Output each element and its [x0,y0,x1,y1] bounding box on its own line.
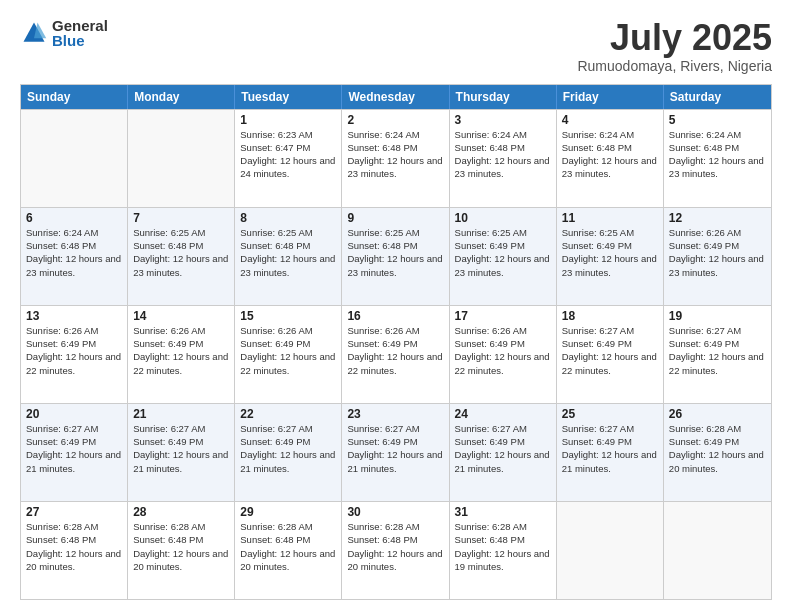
day-number: 16 [347,309,443,323]
logo: General Blue [20,18,108,48]
day-info: Sunrise: 6:24 AM Sunset: 6:48 PM Dayligh… [455,128,551,181]
day-info: Sunrise: 6:27 AM Sunset: 6:49 PM Dayligh… [562,324,658,377]
day-info: Sunrise: 6:28 AM Sunset: 6:48 PM Dayligh… [240,520,336,573]
day-cell-30: 30Sunrise: 6:28 AM Sunset: 6:48 PM Dayli… [342,502,449,599]
day-cell-26: 26Sunrise: 6:28 AM Sunset: 6:49 PM Dayli… [664,404,771,501]
day-number: 23 [347,407,443,421]
day-info: Sunrise: 6:24 AM Sunset: 6:48 PM Dayligh… [562,128,658,181]
day-info: Sunrise: 6:26 AM Sunset: 6:49 PM Dayligh… [133,324,229,377]
header-day-monday: Monday [128,85,235,109]
day-number: 8 [240,211,336,225]
day-number: 15 [240,309,336,323]
day-cell-6: 6Sunrise: 6:24 AM Sunset: 6:48 PM Daylig… [21,208,128,305]
day-info: Sunrise: 6:25 AM Sunset: 6:49 PM Dayligh… [562,226,658,279]
day-cell-2: 2Sunrise: 6:24 AM Sunset: 6:48 PM Daylig… [342,110,449,207]
day-number: 12 [669,211,766,225]
calendar-row-5: 27Sunrise: 6:28 AM Sunset: 6:48 PM Dayli… [21,501,771,599]
day-cell-4: 4Sunrise: 6:24 AM Sunset: 6:48 PM Daylig… [557,110,664,207]
day-info: Sunrise: 6:28 AM Sunset: 6:48 PM Dayligh… [455,520,551,573]
day-number: 6 [26,211,122,225]
day-cell-17: 17Sunrise: 6:26 AM Sunset: 6:49 PM Dayli… [450,306,557,403]
day-info: Sunrise: 6:28 AM Sunset: 6:48 PM Dayligh… [133,520,229,573]
day-number: 28 [133,505,229,519]
day-info: Sunrise: 6:27 AM Sunset: 6:49 PM Dayligh… [669,324,766,377]
day-number: 4 [562,113,658,127]
day-info: Sunrise: 6:26 AM Sunset: 6:49 PM Dayligh… [455,324,551,377]
day-info: Sunrise: 6:25 AM Sunset: 6:48 PM Dayligh… [133,226,229,279]
day-info: Sunrise: 6:28 AM Sunset: 6:48 PM Dayligh… [26,520,122,573]
day-info: Sunrise: 6:27 AM Sunset: 6:49 PM Dayligh… [240,422,336,475]
calendar-row-1: 1Sunrise: 6:23 AM Sunset: 6:47 PM Daylig… [21,109,771,207]
day-cell-20: 20Sunrise: 6:27 AM Sunset: 6:49 PM Dayli… [21,404,128,501]
empty-cell [128,110,235,207]
header-day-friday: Friday [557,85,664,109]
location: Rumuodomaya, Rivers, Nigeria [577,58,772,74]
day-info: Sunrise: 6:24 AM Sunset: 6:48 PM Dayligh… [26,226,122,279]
empty-cell [664,502,771,599]
day-info: Sunrise: 6:25 AM Sunset: 6:48 PM Dayligh… [240,226,336,279]
day-cell-1: 1Sunrise: 6:23 AM Sunset: 6:47 PM Daylig… [235,110,342,207]
title-area: July 2025 Rumuodomaya, Rivers, Nigeria [577,18,772,74]
day-info: Sunrise: 6:25 AM Sunset: 6:48 PM Dayligh… [347,226,443,279]
day-cell-24: 24Sunrise: 6:27 AM Sunset: 6:49 PM Dayli… [450,404,557,501]
day-number: 24 [455,407,551,421]
day-number: 18 [562,309,658,323]
day-cell-15: 15Sunrise: 6:26 AM Sunset: 6:49 PM Dayli… [235,306,342,403]
day-number: 5 [669,113,766,127]
svg-marker-1 [34,23,46,39]
day-cell-18: 18Sunrise: 6:27 AM Sunset: 6:49 PM Dayli… [557,306,664,403]
day-cell-21: 21Sunrise: 6:27 AM Sunset: 6:49 PM Dayli… [128,404,235,501]
day-info: Sunrise: 6:27 AM Sunset: 6:49 PM Dayligh… [133,422,229,475]
calendar-row-4: 20Sunrise: 6:27 AM Sunset: 6:49 PM Dayli… [21,403,771,501]
day-cell-10: 10Sunrise: 6:25 AM Sunset: 6:49 PM Dayli… [450,208,557,305]
day-info: Sunrise: 6:25 AM Sunset: 6:49 PM Dayligh… [455,226,551,279]
day-number: 11 [562,211,658,225]
day-cell-16: 16Sunrise: 6:26 AM Sunset: 6:49 PM Dayli… [342,306,449,403]
day-cell-11: 11Sunrise: 6:25 AM Sunset: 6:49 PM Dayli… [557,208,664,305]
day-info: Sunrise: 6:26 AM Sunset: 6:49 PM Dayligh… [240,324,336,377]
logo-text: General Blue [52,18,108,48]
day-cell-12: 12Sunrise: 6:26 AM Sunset: 6:49 PM Dayli… [664,208,771,305]
day-cell-25: 25Sunrise: 6:27 AM Sunset: 6:49 PM Dayli… [557,404,664,501]
empty-cell [557,502,664,599]
day-info: Sunrise: 6:27 AM Sunset: 6:49 PM Dayligh… [562,422,658,475]
day-cell-7: 7Sunrise: 6:25 AM Sunset: 6:48 PM Daylig… [128,208,235,305]
day-cell-23: 23Sunrise: 6:27 AM Sunset: 6:49 PM Dayli… [342,404,449,501]
day-number: 17 [455,309,551,323]
day-cell-13: 13Sunrise: 6:26 AM Sunset: 6:49 PM Dayli… [21,306,128,403]
day-cell-22: 22Sunrise: 6:27 AM Sunset: 6:49 PM Dayli… [235,404,342,501]
day-info: Sunrise: 6:26 AM Sunset: 6:49 PM Dayligh… [26,324,122,377]
month-title: July 2025 [577,18,772,58]
calendar-row-2: 6Sunrise: 6:24 AM Sunset: 6:48 PM Daylig… [21,207,771,305]
header-day-tuesday: Tuesday [235,85,342,109]
day-info: Sunrise: 6:26 AM Sunset: 6:49 PM Dayligh… [347,324,443,377]
day-number: 29 [240,505,336,519]
day-info: Sunrise: 6:24 AM Sunset: 6:48 PM Dayligh… [669,128,766,181]
logo-general-text: General [52,18,108,33]
day-cell-3: 3Sunrise: 6:24 AM Sunset: 6:48 PM Daylig… [450,110,557,207]
logo-blue-text: Blue [52,33,108,48]
day-number: 19 [669,309,766,323]
day-cell-27: 27Sunrise: 6:28 AM Sunset: 6:48 PM Dayli… [21,502,128,599]
header-day-sunday: Sunday [21,85,128,109]
day-info: Sunrise: 6:28 AM Sunset: 6:49 PM Dayligh… [669,422,766,475]
header: General Blue July 2025 Rumuodomaya, Rive… [20,18,772,74]
day-cell-19: 19Sunrise: 6:27 AM Sunset: 6:49 PM Dayli… [664,306,771,403]
empty-cell [21,110,128,207]
day-number: 1 [240,113,336,127]
day-info: Sunrise: 6:27 AM Sunset: 6:49 PM Dayligh… [347,422,443,475]
day-number: 22 [240,407,336,421]
day-number: 31 [455,505,551,519]
day-cell-14: 14Sunrise: 6:26 AM Sunset: 6:49 PM Dayli… [128,306,235,403]
logo-icon [20,19,48,47]
day-cell-31: 31Sunrise: 6:28 AM Sunset: 6:48 PM Dayli… [450,502,557,599]
day-number: 14 [133,309,229,323]
day-number: 10 [455,211,551,225]
day-number: 2 [347,113,443,127]
day-number: 30 [347,505,443,519]
day-info: Sunrise: 6:27 AM Sunset: 6:49 PM Dayligh… [26,422,122,475]
day-info: Sunrise: 6:28 AM Sunset: 6:48 PM Dayligh… [347,520,443,573]
day-number: 9 [347,211,443,225]
day-cell-28: 28Sunrise: 6:28 AM Sunset: 6:48 PM Dayli… [128,502,235,599]
day-cell-29: 29Sunrise: 6:28 AM Sunset: 6:48 PM Dayli… [235,502,342,599]
